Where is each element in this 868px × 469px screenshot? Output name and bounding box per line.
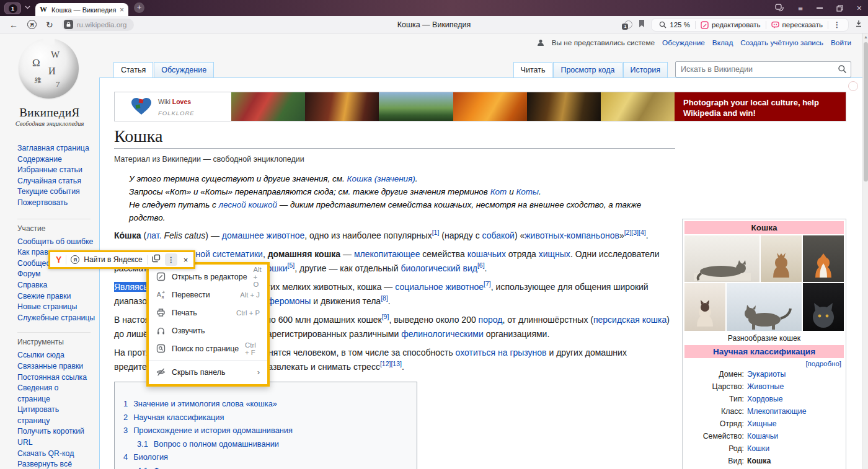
sidebar-item[interactable]: Избранные статьи [17,165,99,176]
ref-link[interactable]: [12][13] [380,360,402,367]
close-icon[interactable]: × [857,3,862,13]
sidebar-item[interactable]: Цитировать страницу [17,405,92,426]
protect-icon[interactable]: 1 [622,20,632,30]
toc-item[interactable]: 4.1 Физиология [123,464,408,469]
inline-link[interactable]: хищных [539,249,570,259]
classification-header[interactable]: Научная классификация [684,345,844,358]
wikipedia-globe-logo[interactable]: Ω W И 7 維 [19,38,79,99]
personal-link[interactable]: Создать учётную запись [740,38,823,47]
personal-link[interactable]: Вы не представились системе [552,38,655,47]
downloads-icon[interactable] [854,19,863,30]
inline-link[interactable]: пород [479,315,503,325]
back-icon[interactable]: ← [9,20,18,30]
taxonomy-value[interactable]: Хищные [747,418,777,430]
retell-button[interactable]: пересказать [766,21,828,29]
sidebar-item[interactable]: Заглавная страница [17,143,99,154]
toc-item[interactable]: 3 Происхождение и история одомашнивания [123,424,408,437]
tab-discussion[interactable]: Обсуждение [154,62,214,77]
sidebar-item[interactable]: Постоянная ссылка [17,372,92,384]
more-actions-icon[interactable]: ⋮ [828,20,846,29]
cat-photo-abyssinian[interactable] [761,235,802,282]
sidebar-item[interactable]: Связанные правки [17,361,92,372]
sidebar-item[interactable]: Сведения о странице [17,383,92,405]
inline-link[interactable]: фелинологическими [401,329,484,339]
toolbar-close-icon[interactable]: × [182,255,190,265]
sidebar-item[interactable]: Случайная статья [17,176,99,187]
ref-link[interactable]: [8] [381,294,388,302]
menu-item-open-in-editor[interactable]: Открыть в редакторе Alt + O [149,268,267,286]
sidebar-item[interactable]: Сообщить об ошибке [17,237,99,248]
yandex-services-icon[interactable]: Я [27,20,37,29]
toolbar-more-icon[interactable]: ⋮ [165,253,177,266]
inline-link[interactable]: животных-компаньонов [525,230,619,240]
menu-item-translate[interactable]: Ая Перевести Alt + J [149,286,267,304]
wiki-logo-title[interactable]: ВикипедиЯ [0,106,99,120]
inline-link[interactable]: персидская кошка [593,315,666,325]
page-scrollbar[interactable]: ▲ [862,33,868,469]
lock-icon[interactable] [64,20,73,29]
inline-link[interactable]: лат. [146,230,161,240]
taxonomy-value[interactable]: Кошки [747,442,769,455]
minimize-icon[interactable] [817,7,823,9]
cat-photo-grey-tabby-lying[interactable] [684,235,760,282]
inline-link[interactable]: лесной кошкой [219,200,277,209]
cat-photo-tabby-snow[interactable] [727,283,802,331]
toc-item[interactable]: 4 Биология [123,450,408,464]
toc-item[interactable]: 2 Научная классификация [123,411,408,424]
zoom-control[interactable]: 125 % [654,21,695,28]
inline-link[interactable]: социальное животное [395,282,484,292]
inline-link[interactable]: Кошка (значения) [347,174,415,183]
sidebar-item[interactable]: Новые страницы [17,302,99,313]
cat-photo-siamese[interactable] [684,283,725,331]
wiki-search-input[interactable] [675,61,851,77]
banner-cta[interactable]: Photograph your local culture, help Wiki… [675,92,846,121]
toc-item[interactable]: 3.1 Вопрос о полном одомашнивании [123,437,408,451]
scrollbar-thumb[interactable] [864,42,868,182]
inline-link[interactable]: биологический вид [401,263,477,273]
search-in-yandex-button[interactable]: Найти в Яндексе [84,255,142,264]
sidebar-item[interactable]: Пожертвовать [17,198,99,209]
ref-link[interactable]: [9] [382,313,389,320]
ref-link[interactable]: [7] [484,280,491,287]
taxonomy-value[interactable]: Животные [747,380,784,393]
tab-group-chevron-icon[interactable] [25,1,30,12]
restore-icon[interactable] [836,5,843,12]
inline-link[interactable]: феромоны [267,296,311,306]
bookmark-icon[interactable] [638,19,645,30]
chat-icon[interactable] [775,4,784,12]
inline-link[interactable]: Кот [490,187,507,196]
inline-link[interactable]: собакой [482,230,515,240]
taxonomy-value[interactable]: Кошка [747,455,771,467]
menu-item-print[interactable]: Печать Ctrl + P [149,304,267,322]
sidebar-item[interactable]: Свежие правки [17,291,99,302]
ref-link[interactable]: [5] [288,261,295,269]
refresh-icon[interactable]: ↻ [46,20,53,30]
address-bar[interactable]: ru.wikipedia.org [62,19,135,31]
sidebar-item[interactable]: Справка [17,280,99,291]
inline-link[interactable]: Коты [516,187,539,196]
yandex-logo-icon[interactable]: Y [56,255,61,265]
inline-link[interactable]: домашнее животное [222,230,304,240]
tab-group-chip[interactable]: 1 [4,2,21,14]
taxonomy-value[interactable]: Млекопитающие [747,405,807,418]
menu-item-read-aloud[interactable]: Озвучить [149,322,267,340]
cat-photo-orange-white[interactable] [803,235,844,282]
scroll-up-icon[interactable]: ▲ [864,35,868,39]
sidebar-item[interactable]: Текущие события [17,186,99,198]
browser-tab[interactable]: W Кошка — Википедия × [35,3,128,16]
tab-history[interactable]: История [623,62,668,77]
cat-photo-dark-grey[interactable] [803,283,844,331]
sidebar-item[interactable]: Ссылки сюда [17,350,92,361]
menu-item-find-on-page[interactable]: Поиск по странице Ctrl + F [149,340,267,357]
sidebar-item[interactable]: Служебные страницы [17,313,99,324]
sidebar-item[interactable]: Получить короткий URL [17,426,92,448]
personal-link[interactable]: Обсуждение [662,38,705,47]
tab-view-source[interactable]: Просмотр кода [553,62,622,77]
taxonomy-value[interactable]: Хордовые [747,393,783,405]
edit-page-button[interactable]: редактировать [696,21,766,29]
tab-article[interactable]: Статья [113,62,153,77]
search-icon[interactable] [838,64,847,76]
details-link[interactable]: [подробно] [684,358,844,368]
sidebar-item[interactable]: Скачать QR-код [17,449,92,460]
wiki-loves-folklore-banner[interactable]: Wiki Loves FOLKLORE Photograph your loca… [114,92,846,121]
